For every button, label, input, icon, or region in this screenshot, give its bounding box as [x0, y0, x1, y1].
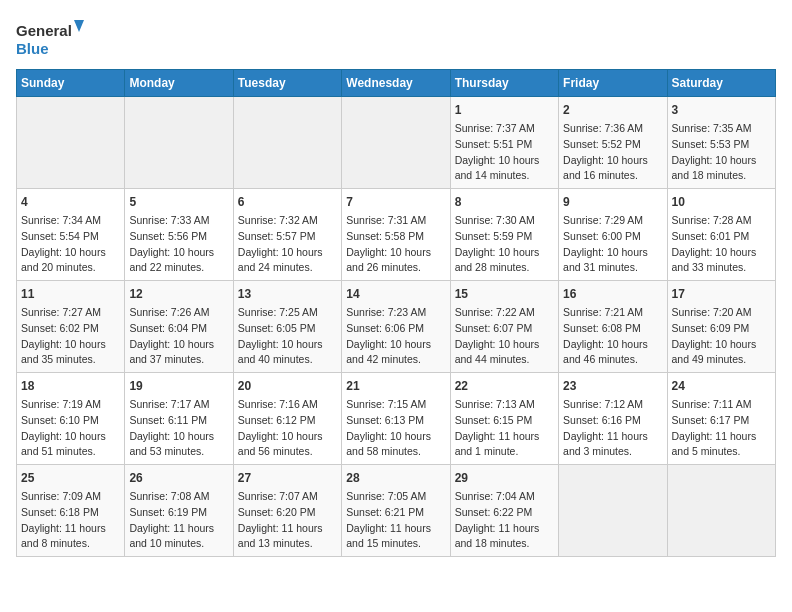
- day-number: 26: [129, 469, 228, 487]
- calendar-cell: 9Sunrise: 7:29 AMSunset: 6:00 PMDaylight…: [559, 189, 667, 281]
- calendar-cell: 22Sunrise: 7:13 AMSunset: 6:15 PMDayligh…: [450, 373, 558, 465]
- day-number: 29: [455, 469, 554, 487]
- day-number: 13: [238, 285, 337, 303]
- day-info: Sunrise: 7:37 AMSunset: 5:51 PMDaylight:…: [455, 121, 554, 184]
- calendar-cell: 2Sunrise: 7:36 AMSunset: 5:52 PMDaylight…: [559, 97, 667, 189]
- day-info: Sunrise: 7:36 AMSunset: 5:52 PMDaylight:…: [563, 121, 662, 184]
- day-info: Sunrise: 7:33 AMSunset: 5:56 PMDaylight:…: [129, 213, 228, 276]
- calendar-cell: 7Sunrise: 7:31 AMSunset: 5:58 PMDaylight…: [342, 189, 450, 281]
- day-info: Sunrise: 7:15 AMSunset: 6:13 PMDaylight:…: [346, 397, 445, 460]
- day-info: Sunrise: 7:26 AMSunset: 6:04 PMDaylight:…: [129, 305, 228, 368]
- day-number: 15: [455, 285, 554, 303]
- day-number: 20: [238, 377, 337, 395]
- calendar-cell: [17, 97, 125, 189]
- calendar-table: SundayMondayTuesdayWednesdayThursdayFrid…: [16, 69, 776, 557]
- calendar-week-row: 1Sunrise: 7:37 AMSunset: 5:51 PMDaylight…: [17, 97, 776, 189]
- calendar-cell: 28Sunrise: 7:05 AMSunset: 6:21 PMDayligh…: [342, 465, 450, 557]
- logo: General Blue: [16, 16, 86, 61]
- day-number: 21: [346, 377, 445, 395]
- day-number: 16: [563, 285, 662, 303]
- day-info: Sunrise: 7:12 AMSunset: 6:16 PMDaylight:…: [563, 397, 662, 460]
- day-info: Sunrise: 7:17 AMSunset: 6:11 PMDaylight:…: [129, 397, 228, 460]
- svg-text:General: General: [16, 22, 72, 39]
- svg-text:Blue: Blue: [16, 40, 49, 57]
- day-info: Sunrise: 7:28 AMSunset: 6:01 PMDaylight:…: [672, 213, 771, 276]
- calendar-cell: 26Sunrise: 7:08 AMSunset: 6:19 PMDayligh…: [125, 465, 233, 557]
- calendar-header-row: SundayMondayTuesdayWednesdayThursdayFrid…: [17, 70, 776, 97]
- day-number: 18: [21, 377, 120, 395]
- calendar-cell: [233, 97, 341, 189]
- calendar-cell: 20Sunrise: 7:16 AMSunset: 6:12 PMDayligh…: [233, 373, 341, 465]
- calendar-cell: 24Sunrise: 7:11 AMSunset: 6:17 PMDayligh…: [667, 373, 775, 465]
- calendar-cell: 19Sunrise: 7:17 AMSunset: 6:11 PMDayligh…: [125, 373, 233, 465]
- calendar-cell: 18Sunrise: 7:19 AMSunset: 6:10 PMDayligh…: [17, 373, 125, 465]
- logo-svg: General Blue: [16, 16, 86, 61]
- day-header-wednesday: Wednesday: [342, 70, 450, 97]
- day-info: Sunrise: 7:27 AMSunset: 6:02 PMDaylight:…: [21, 305, 120, 368]
- calendar-cell: 1Sunrise: 7:37 AMSunset: 5:51 PMDaylight…: [450, 97, 558, 189]
- day-number: 28: [346, 469, 445, 487]
- day-number: 6: [238, 193, 337, 211]
- day-info: Sunrise: 7:13 AMSunset: 6:15 PMDaylight:…: [455, 397, 554, 460]
- calendar-cell: 14Sunrise: 7:23 AMSunset: 6:06 PMDayligh…: [342, 281, 450, 373]
- day-info: Sunrise: 7:08 AMSunset: 6:19 PMDaylight:…: [129, 489, 228, 552]
- day-number: 24: [672, 377, 771, 395]
- day-info: Sunrise: 7:29 AMSunset: 6:00 PMDaylight:…: [563, 213, 662, 276]
- day-number: 5: [129, 193, 228, 211]
- day-info: Sunrise: 7:35 AMSunset: 5:53 PMDaylight:…: [672, 121, 771, 184]
- day-number: 11: [21, 285, 120, 303]
- calendar-cell: 10Sunrise: 7:28 AMSunset: 6:01 PMDayligh…: [667, 189, 775, 281]
- day-number: 22: [455, 377, 554, 395]
- day-number: 8: [455, 193, 554, 211]
- calendar-cell: 29Sunrise: 7:04 AMSunset: 6:22 PMDayligh…: [450, 465, 558, 557]
- day-info: Sunrise: 7:34 AMSunset: 5:54 PMDaylight:…: [21, 213, 120, 276]
- calendar-cell: 27Sunrise: 7:07 AMSunset: 6:20 PMDayligh…: [233, 465, 341, 557]
- calendar-cell: 17Sunrise: 7:20 AMSunset: 6:09 PMDayligh…: [667, 281, 775, 373]
- day-info: Sunrise: 7:16 AMSunset: 6:12 PMDaylight:…: [238, 397, 337, 460]
- day-number: 4: [21, 193, 120, 211]
- calendar-cell: 3Sunrise: 7:35 AMSunset: 5:53 PMDaylight…: [667, 97, 775, 189]
- calendar-cell: [559, 465, 667, 557]
- day-number: 9: [563, 193, 662, 211]
- day-info: Sunrise: 7:09 AMSunset: 6:18 PMDaylight:…: [21, 489, 120, 552]
- day-header-saturday: Saturday: [667, 70, 775, 97]
- calendar-cell: 12Sunrise: 7:26 AMSunset: 6:04 PMDayligh…: [125, 281, 233, 373]
- day-info: Sunrise: 7:31 AMSunset: 5:58 PMDaylight:…: [346, 213, 445, 276]
- day-header-tuesday: Tuesday: [233, 70, 341, 97]
- day-info: Sunrise: 7:23 AMSunset: 6:06 PMDaylight:…: [346, 305, 445, 368]
- day-header-thursday: Thursday: [450, 70, 558, 97]
- day-header-sunday: Sunday: [17, 70, 125, 97]
- calendar-cell: 4Sunrise: 7:34 AMSunset: 5:54 PMDaylight…: [17, 189, 125, 281]
- calendar-cell: 23Sunrise: 7:12 AMSunset: 6:16 PMDayligh…: [559, 373, 667, 465]
- day-info: Sunrise: 7:04 AMSunset: 6:22 PMDaylight:…: [455, 489, 554, 552]
- day-info: Sunrise: 7:25 AMSunset: 6:05 PMDaylight:…: [238, 305, 337, 368]
- day-info: Sunrise: 7:32 AMSunset: 5:57 PMDaylight:…: [238, 213, 337, 276]
- calendar-cell: 16Sunrise: 7:21 AMSunset: 6:08 PMDayligh…: [559, 281, 667, 373]
- day-number: 12: [129, 285, 228, 303]
- calendar-cell: 5Sunrise: 7:33 AMSunset: 5:56 PMDaylight…: [125, 189, 233, 281]
- day-header-monday: Monday: [125, 70, 233, 97]
- calendar-cell: 11Sunrise: 7:27 AMSunset: 6:02 PMDayligh…: [17, 281, 125, 373]
- day-number: 17: [672, 285, 771, 303]
- calendar-cell: [342, 97, 450, 189]
- day-info: Sunrise: 7:05 AMSunset: 6:21 PMDaylight:…: [346, 489, 445, 552]
- calendar-week-row: 25Sunrise: 7:09 AMSunset: 6:18 PMDayligh…: [17, 465, 776, 557]
- calendar-cell: 25Sunrise: 7:09 AMSunset: 6:18 PMDayligh…: [17, 465, 125, 557]
- svg-marker-2: [74, 20, 84, 32]
- calendar-cell: 15Sunrise: 7:22 AMSunset: 6:07 PMDayligh…: [450, 281, 558, 373]
- day-info: Sunrise: 7:11 AMSunset: 6:17 PMDaylight:…: [672, 397, 771, 460]
- day-number: 25: [21, 469, 120, 487]
- calendar-cell: 8Sunrise: 7:30 AMSunset: 5:59 PMDaylight…: [450, 189, 558, 281]
- day-header-friday: Friday: [559, 70, 667, 97]
- day-number: 1: [455, 101, 554, 119]
- page-header: General Blue: [16, 16, 776, 61]
- day-info: Sunrise: 7:30 AMSunset: 5:59 PMDaylight:…: [455, 213, 554, 276]
- day-number: 10: [672, 193, 771, 211]
- day-info: Sunrise: 7:20 AMSunset: 6:09 PMDaylight:…: [672, 305, 771, 368]
- calendar-cell: 6Sunrise: 7:32 AMSunset: 5:57 PMDaylight…: [233, 189, 341, 281]
- day-number: 2: [563, 101, 662, 119]
- day-number: 3: [672, 101, 771, 119]
- calendar-cell: 13Sunrise: 7:25 AMSunset: 6:05 PMDayligh…: [233, 281, 341, 373]
- day-number: 27: [238, 469, 337, 487]
- day-number: 19: [129, 377, 228, 395]
